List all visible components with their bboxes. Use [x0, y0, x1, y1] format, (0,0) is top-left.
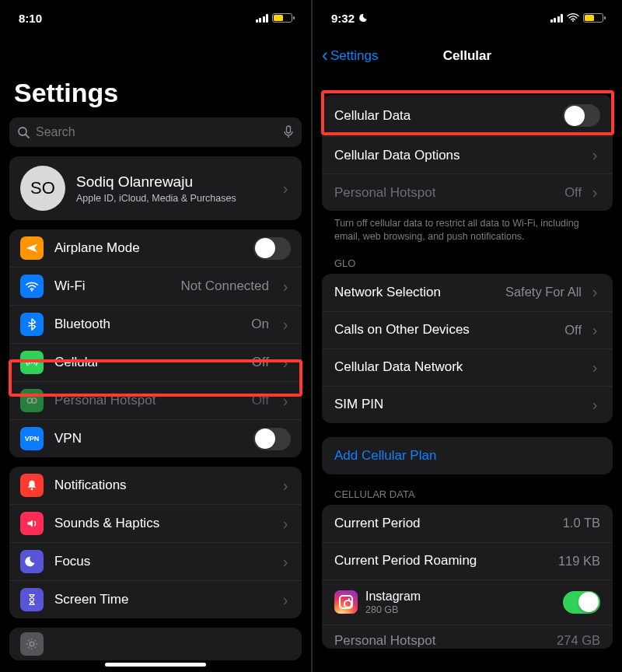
- chevron-right-icon: ›: [280, 278, 291, 296]
- instagram-icon: [334, 590, 358, 614]
- app-usage-instagram-row[interactable]: Instagram 280 GB: [322, 579, 613, 625]
- row-label: Focus: [54, 554, 269, 569]
- personal-hotspot-usage-row[interactable]: Personal Hotspot 274 GB: [322, 625, 613, 649]
- row-label: Current Period: [334, 516, 555, 531]
- row-value: Not Connected: [181, 278, 269, 294]
- row-label: Bluetooth: [54, 317, 240, 332]
- page-title: Settings: [0, 31, 311, 117]
- search-icon: [17, 126, 30, 138]
- search-field[interactable]: [36, 125, 277, 139]
- sim-pin-row[interactable]: SIM PIN ›: [322, 386, 613, 423]
- row-label: Notifications: [54, 478, 269, 493]
- apple-id-row[interactable]: SO Sodiq Olanrewaju Apple ID, iCloud, Me…: [9, 156, 302, 220]
- chevron-right-icon: ›: [589, 359, 600, 376]
- app-name: Instagram: [365, 590, 555, 604]
- general-row[interactable]: [9, 628, 302, 660]
- vpn-row[interactable]: VPN VPN: [9, 419, 302, 457]
- chevron-right-icon: ›: [589, 146, 600, 164]
- chevron-right-icon: ›: [280, 591, 291, 609]
- status-bar: 8:10: [0, 0, 311, 31]
- bluetooth-icon: [20, 313, 44, 336]
- current-roaming-row[interactable]: Current Period Roaming 119 KB: [322, 542, 613, 579]
- bluetooth-row[interactable]: Bluetooth On ›: [9, 305, 302, 343]
- focus-row[interactable]: Focus ›: [9, 542, 302, 580]
- row-label: Current Period Roaming: [334, 553, 550, 569]
- wifi-icon: [567, 13, 579, 23]
- row-label: Personal Hotspot: [334, 633, 549, 649]
- search-input[interactable]: [9, 117, 302, 147]
- current-period-row[interactable]: Current Period 1.0 TB: [322, 505, 613, 542]
- cellular-signal-icon: [256, 14, 269, 23]
- row-value: Off: [252, 393, 269, 408]
- bell-icon: [20, 474, 44, 497]
- airplane-mode-row[interactable]: Airplane Mode: [9, 229, 302, 267]
- chevron-right-icon: ›: [280, 553, 291, 571]
- dnd-moon-icon: [359, 12, 370, 23]
- cellular-row[interactable]: Cellular Off ›: [9, 343, 302, 381]
- airplane-toggle[interactable]: [253, 237, 291, 260]
- row-label: Cellular Data Options: [334, 148, 582, 163]
- cellular-data-toggle[interactable]: [563, 104, 600, 127]
- row-label: Network Selection: [334, 285, 498, 300]
- general-group-peek: [9, 628, 302, 660]
- row-label: Personal Hotspot: [54, 393, 241, 408]
- svg-point-5: [31, 362, 33, 364]
- chevron-right-icon: ›: [589, 321, 600, 339]
- network-selection-row[interactable]: Network Selection Safety For All ›: [322, 274, 613, 311]
- row-label: VPN: [54, 431, 243, 446]
- status-time: 8:10: [19, 12, 42, 25]
- row-value: 119 KB: [558, 554, 600, 569]
- row-label: Cellular Data: [334, 108, 555, 124]
- row-label: Cellular Data Network: [334, 359, 582, 375]
- profile-name: Sodiq Olanrewaju: [76, 173, 269, 191]
- microphone-icon[interactable]: [283, 125, 294, 139]
- battery-icon: [272, 13, 292, 23]
- chevron-right-icon: ›: [280, 316, 291, 334]
- wifi-icon: [20, 275, 44, 298]
- section-header-glo: GLO: [313, 243, 622, 274]
- app-data-size: 280 GB: [365, 604, 555, 615]
- moon-icon: [20, 550, 44, 573]
- personal-hotspot-row[interactable]: Personal Hotspot Off ›: [322, 173, 613, 211]
- row-value: Off: [252, 355, 269, 370]
- row-value: Safety For All: [505, 285, 582, 299]
- usage-group: Current Period 1.0 TB Current Period Roa…: [322, 505, 613, 649]
- row-value: 274 GB: [557, 633, 600, 648]
- wifi-row[interactable]: Wi-Fi Not Connected ›: [9, 267, 302, 305]
- cellular-data-row[interactable]: Cellular Data: [322, 95, 613, 136]
- app-cellular-toggle[interactable]: [563, 591, 600, 614]
- apple-id-card: SO Sodiq Olanrewaju Apple ID, iCloud, Me…: [9, 156, 302, 220]
- sounds-row[interactable]: Sounds & Haptics ›: [9, 504, 302, 542]
- svg-point-10: [572, 20, 574, 22]
- chevron-right-icon: ›: [280, 392, 291, 410]
- add-cellular-plan-button[interactable]: Add Cellular Plan: [322, 437, 613, 474]
- personal-hotspot-row[interactable]: Personal Hotspot Off ›: [9, 381, 302, 419]
- cellular-signal-icon: [550, 14, 564, 23]
- row-value: Off: [564, 185, 582, 200]
- chevron-right-icon: ›: [280, 354, 291, 372]
- chevron-right-icon: ›: [589, 283, 600, 301]
- cellular-screen: 9:32 ‹ Settings Cellular Cellular Data C…: [311, 0, 622, 672]
- home-indicator[interactable]: [105, 663, 206, 667]
- vpn-icon: VPN: [20, 427, 44, 450]
- connectivity-group: Airplane Mode Wi-Fi Not Connected › Blue…: [9, 229, 302, 457]
- back-button[interactable]: ‹ Settings: [322, 48, 378, 64]
- cellular-caption: Turn off cellular data to restrict all d…: [313, 211, 622, 243]
- row-value: Off: [564, 323, 582, 338]
- add-plan-group: Add Cellular Plan: [322, 437, 613, 474]
- svg-rect-2: [287, 126, 291, 133]
- row-label: Cellular: [54, 355, 241, 370]
- cellular-data-group: Cellular Data Cellular Data Options › Pe…: [322, 95, 613, 211]
- chevron-right-icon: ›: [589, 184, 600, 201]
- back-label: Settings: [330, 48, 378, 64]
- status-time: 9:32: [331, 12, 355, 25]
- notifications-row[interactable]: Notifications ›: [9, 467, 302, 504]
- calls-other-devices-row[interactable]: Calls on Other Devices Off ›: [322, 311, 613, 348]
- cellular-data-options-row[interactable]: Cellular Data Options ›: [322, 136, 613, 173]
- hotspot-icon: [20, 389, 44, 412]
- screen-time-row[interactable]: Screen Time ›: [9, 580, 302, 618]
- avatar: SO: [20, 166, 65, 211]
- cellular-data-network-row[interactable]: Cellular Data Network ›: [322, 348, 613, 386]
- chevron-right-icon: ›: [280, 477, 291, 495]
- vpn-toggle[interactable]: [253, 428, 291, 450]
